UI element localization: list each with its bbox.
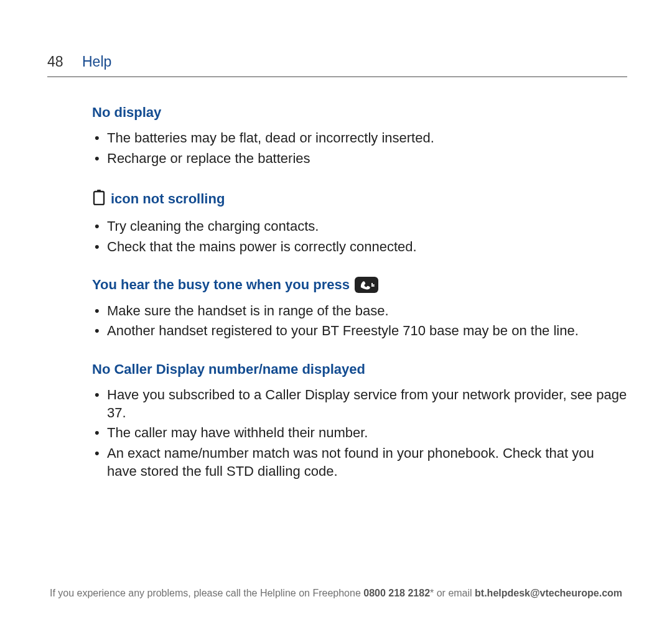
list-item: Try cleaning the charging contacts. bbox=[92, 218, 627, 236]
svg-rect-3 bbox=[373, 284, 375, 287]
page-title: Help bbox=[82, 53, 111, 70]
footer-prefix: If you experience any problems, please c… bbox=[50, 588, 363, 598]
heading-no-display-text: No display bbox=[92, 104, 161, 121]
call-key-icon bbox=[355, 277, 378, 293]
page-header: 48 Help bbox=[47, 53, 627, 77]
page: 48 Help No display The batteries may be … bbox=[0, 0, 672, 635]
list-item: The caller may have withheld their numbe… bbox=[92, 424, 627, 442]
heading-busy-tone: You hear the busy tone when you press bbox=[92, 277, 627, 293]
list-icon-not-scrolling: Try cleaning the charging contacts. Chec… bbox=[92, 218, 627, 256]
heading-icon-not-scrolling: icon not scrolling bbox=[92, 189, 627, 209]
heading-no-caller-display-text: No Caller Display number/name displayed bbox=[92, 361, 365, 378]
footer-email: bt.helpdesk@vtecheurope.com bbox=[475, 588, 622, 598]
list-busy-tone: Make sure the handset is in range of the… bbox=[92, 302, 627, 340]
list-item: Recharge or replace the batteries bbox=[92, 150, 627, 168]
list-no-display: The batteries may be flat, dead or incor… bbox=[92, 129, 627, 167]
heading-icon-not-scrolling-text: icon not scrolling bbox=[111, 191, 225, 207]
heading-busy-tone-text: You hear the busy tone when you press bbox=[92, 277, 350, 293]
battery-icon bbox=[92, 189, 106, 209]
heading-no-display: No display bbox=[92, 104, 627, 121]
page-number: 48 bbox=[47, 53, 82, 70]
list-item: Have you subscribed to a Caller Display … bbox=[92, 386, 627, 422]
list-item: Another handset registered to your BT Fr… bbox=[92, 322, 627, 340]
footer-mid: * or email bbox=[430, 588, 475, 598]
content-body: No display The batteries may be flat, de… bbox=[47, 104, 627, 480]
heading-no-caller-display: No Caller Display number/name displayed bbox=[92, 361, 627, 378]
list-item: An exact name/number match was not found… bbox=[92, 445, 627, 480]
footer-phone: 0800 218 2182 bbox=[363, 588, 430, 598]
list-item: Make sure the handset is in range of the… bbox=[92, 302, 627, 320]
list-item: The batteries may be flat, dead or incor… bbox=[92, 129, 627, 147]
list-item: Check that the mains power is correctly … bbox=[92, 238, 627, 256]
svg-rect-1 bbox=[94, 192, 104, 205]
list-no-caller-display: Have you subscribed to a Caller Display … bbox=[92, 386, 627, 480]
svg-rect-2 bbox=[371, 283, 373, 287]
footer: If you experience any problems, please c… bbox=[45, 588, 627, 599]
